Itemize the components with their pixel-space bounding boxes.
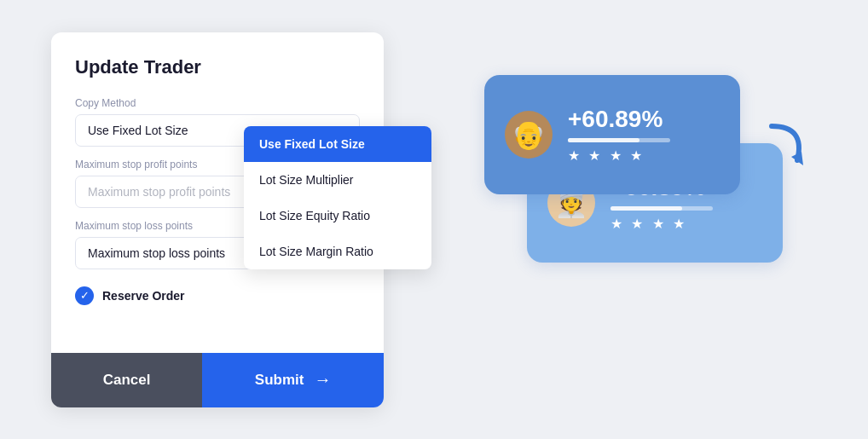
avatar-man-face: 👴 — [512, 118, 546, 151]
card-top-bar-fill — [568, 138, 639, 142]
form-footer: Cancel Submit → — [51, 353, 384, 407]
transfer-arrow-icon — [759, 118, 810, 169]
reserve-order-label: Reserve Order — [102, 289, 185, 303]
dropdown-item-equity-ratio[interactable]: Lot Size Equity Ratio — [244, 198, 431, 234]
dropdown-item-margin-ratio[interactable]: Lot Size Margin Ratio — [244, 234, 431, 269]
dropdown-item-multiplier[interactable]: Lot Size Multiplier — [244, 162, 431, 198]
reserve-order-icon: ✓ — [75, 286, 94, 305]
reserve-order-row: ✓ Reserve Order — [75, 286, 360, 305]
card-top-content: +60.89% ★ ★ ★ ★ — [568, 106, 720, 164]
avatar-man: 👴 — [505, 111, 553, 159]
submit-button[interactable]: Submit → — [202, 353, 384, 407]
submit-label: Submit — [255, 372, 304, 389]
transfer-arrow — [759, 118, 810, 178]
card-top-bar — [568, 138, 670, 142]
dropdown-item-fixed-lot[interactable]: Use Fixed Lot Size — [244, 126, 431, 162]
form-title: Update Trader — [75, 56, 360, 78]
copy-method-label: Copy Method — [75, 97, 360, 109]
card-top-percent: +60.89% — [568, 106, 720, 133]
card-bottom-bar-fill — [610, 206, 682, 211]
trader-card-top: 👴 +60.89% ★ ★ ★ ★ — [484, 75, 740, 194]
card-bottom-stars: ★ ★ ★ ★ — [610, 216, 762, 232]
page-container: Update Trader Copy Method Use Fixed Lot … — [0, 0, 868, 439]
cancel-button[interactable]: Cancel — [51, 353, 202, 407]
card-bottom-bar — [610, 206, 713, 211]
dropdown-menu: Use Fixed Lot Size Lot Size Multiplier L… — [244, 126, 431, 269]
card-top-stars: ★ ★ ★ ★ — [568, 147, 720, 164]
cards-area: 👴 +60.89% ★ ★ ★ ★ 👳 +60.89% — [459, 58, 817, 382]
arrow-right-icon: → — [314, 370, 331, 390]
